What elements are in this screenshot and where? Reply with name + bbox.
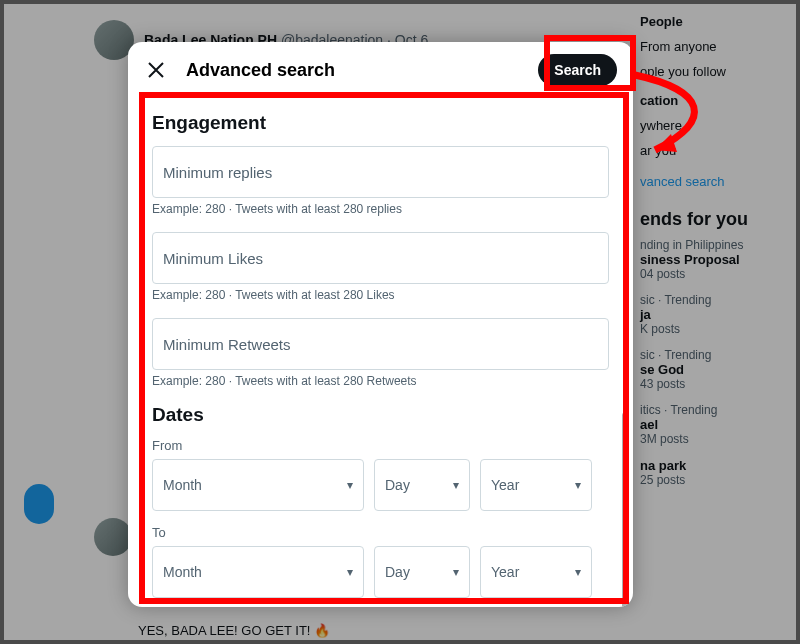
annotation-box-search xyxy=(544,35,636,91)
close-icon xyxy=(147,61,165,79)
modal-title: Advanced search xyxy=(186,60,520,81)
close-button[interactable] xyxy=(144,58,168,82)
annotation-box-main xyxy=(139,92,629,604)
